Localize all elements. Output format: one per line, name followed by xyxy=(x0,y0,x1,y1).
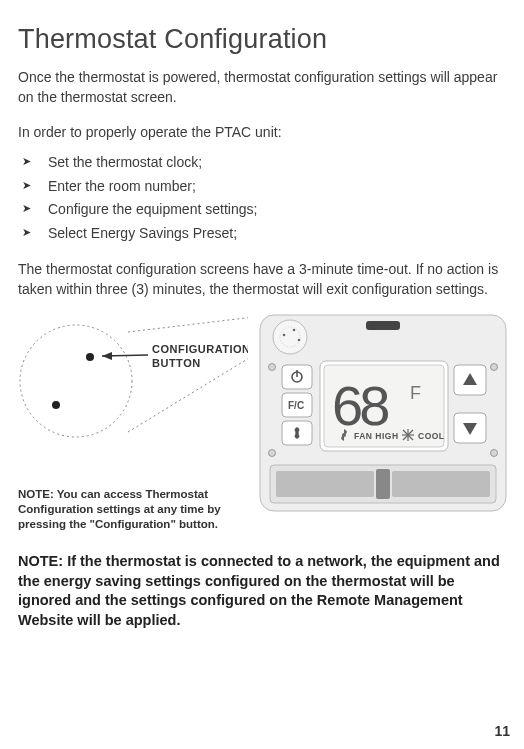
page-title: Thermostat Conﬁguration xyxy=(18,24,506,55)
svg-point-10 xyxy=(293,329,296,332)
svg-line-0 xyxy=(128,317,248,332)
step-item: Set the thermostat clock; xyxy=(22,152,506,174)
svg-point-3 xyxy=(86,353,94,361)
svg-text:F/C: F/C xyxy=(288,400,304,411)
steps-list: Set the thermostat clock; Enter the room… xyxy=(22,152,506,245)
display-fan-setting: FAN HIGH xyxy=(354,431,399,441)
note-network-override: NOTE: If the thermostat is connected to … xyxy=(18,552,506,630)
snowflake-icon xyxy=(402,429,414,441)
page-number: 11 xyxy=(494,723,510,739)
timeout-paragraph: The thermostat conﬁguration screens have… xyxy=(18,259,506,300)
sub-paragraph: In order to properly operate the PTAC un… xyxy=(18,122,506,142)
power-button[interactable] xyxy=(282,365,312,389)
config-button-zoom-diagram: CONFIGURATION BUTTON xyxy=(18,313,248,473)
svg-rect-37 xyxy=(276,471,374,497)
fan-button[interactable] xyxy=(282,421,312,445)
svg-point-4 xyxy=(52,401,60,409)
svg-point-12 xyxy=(298,339,301,342)
svg-rect-13 xyxy=(366,321,400,330)
svg-point-17 xyxy=(491,450,498,457)
svg-rect-38 xyxy=(392,471,490,497)
svg-point-2 xyxy=(20,325,132,437)
note-config-access: NOTE: You can access Thermostat Conﬁgura… xyxy=(18,487,248,532)
temp-down-button[interactable] xyxy=(454,413,486,443)
config-button-label-line1: CONFIGURATION xyxy=(152,343,248,355)
display-mode: COOL xyxy=(418,431,445,441)
svg-point-8 xyxy=(273,320,307,354)
svg-point-15 xyxy=(491,364,498,371)
step-item: Select Energy Savings Preset; xyxy=(22,223,506,245)
intro-paragraph: Once the thermostat is powered, thermost… xyxy=(18,67,506,108)
step-item: Conﬁgure the equipment settings; xyxy=(22,199,506,221)
svg-point-14 xyxy=(269,364,276,371)
svg-point-11 xyxy=(283,334,286,337)
svg-point-16 xyxy=(269,450,276,457)
config-button-label-line2: BUTTON xyxy=(152,357,201,369)
temp-up-button[interactable] xyxy=(454,365,486,395)
slider-handle[interactable] xyxy=(376,469,390,499)
display-unit: F xyxy=(410,383,421,403)
display-temperature: 68 xyxy=(332,374,388,437)
step-item: Enter the room number; xyxy=(22,176,506,198)
fc-button[interactable]: F/C xyxy=(282,393,312,417)
thermostat-diagram: F/C xyxy=(258,313,508,513)
